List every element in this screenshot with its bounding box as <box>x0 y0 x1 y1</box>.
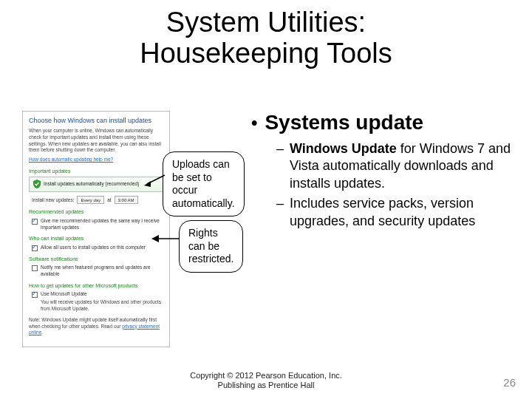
panel-heading: Choose how Windows can install updates <box>29 116 163 125</box>
main-bullet: • Systems update <box>251 111 514 134</box>
title-line-2: Housekeeping Tools <box>140 38 392 69</box>
panel-help-link: How does automatic updating help me? <box>29 157 113 162</box>
main-bullet-text: Systems update <box>265 111 423 134</box>
panel-intro: When your computer is online, Windows ca… <box>29 128 163 154</box>
recommended-checkbox <box>32 219 38 225</box>
schedule-day-dropdown: Every day <box>77 196 104 204</box>
bullet-dot-icon: • <box>251 111 257 134</box>
sub-bullet-2: – Includes service packs, version upgrad… <box>276 195 514 230</box>
important-updates-label: Important updates <box>29 168 163 174</box>
copyright-line-1: Copyright © 2012 Pearson Education, Inc. <box>190 371 342 380</box>
copyright: Copyright © 2012 Pearson Education, Inc.… <box>0 371 532 390</box>
windows-update-figure: Choose how Windows can install updates W… <box>22 111 225 347</box>
windows-update-panel: Choose how Windows can install updates W… <box>22 111 170 347</box>
dash-icon: – <box>276 140 284 192</box>
dash-icon: – <box>276 195 284 230</box>
page-number: 26 <box>503 376 516 389</box>
schedule-at: at <box>107 197 111 204</box>
ms-cb-text: Use Microsoft Update <box>41 291 87 298</box>
who-can-install-label: Who can install updates <box>29 235 163 242</box>
soft-cb-text: Notify me when featured programs and upd… <box>41 265 163 278</box>
recommended-updates-label: Recommended updates <box>29 208 163 215</box>
recommended-option-box: Install updates automatically (recommend… <box>29 177 163 192</box>
ms-note: You will receive updates for Windows and… <box>41 299 163 313</box>
slide-title: System Utilities: Housekeeping Tools <box>0 0 532 69</box>
callout-rights: Rights can be restricted. <box>179 220 243 273</box>
soft-checkbox <box>32 265 38 271</box>
ms-checkbox <box>32 292 38 298</box>
sub2-text: Includes service packs, version upgrades… <box>290 195 514 230</box>
who-cb-text: Allow all users to install updates on th… <box>41 245 146 251</box>
recommended-cb-text: Give me recommended updates the same way… <box>41 218 163 231</box>
copyright-line-2: Publishing as Prentice Hall <box>218 381 315 389</box>
schedule-prefix: Install new updates: <box>32 197 74 204</box>
who-checkbox <box>32 245 38 251</box>
callout-uploads: Uploads can be set to occur automaticall… <box>163 151 245 216</box>
ms-update-label: How to get updates for other Microsoft p… <box>29 282 163 289</box>
software-notifications-label: Software notifications <box>29 256 163 262</box>
sub-bullet-1: – Windows Update for Windows 7 and Vista… <box>276 140 514 192</box>
sub1-bold: Windows Update <box>290 141 397 156</box>
schedule-time-dropdown: 3:00 AM <box>115 196 138 204</box>
recommended-option-text: Install updates automatically (recommend… <box>44 181 139 188</box>
title-line-1: System Utilities: <box>166 7 366 38</box>
schedule-row: Install new updates: Every day at 3:00 A… <box>32 196 163 204</box>
bullet-list: • Systems update – Windows Update for Wi… <box>251 111 514 233</box>
shield-icon <box>33 180 41 188</box>
